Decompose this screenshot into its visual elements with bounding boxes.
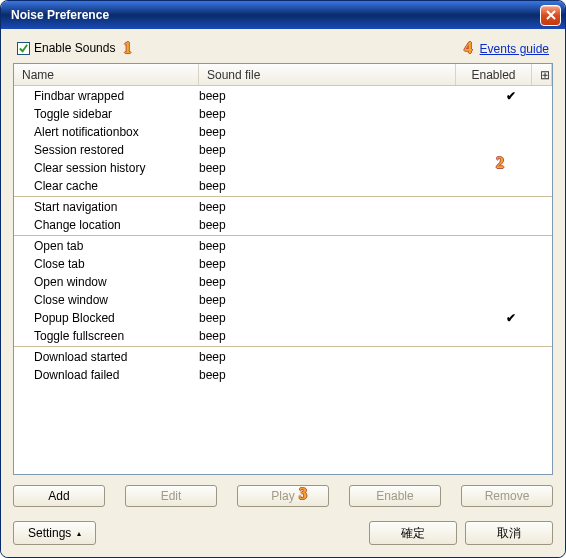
- row-name: Start navigation: [14, 200, 199, 214]
- table-row[interactable]: Download failedbeep: [14, 366, 552, 384]
- row-name: Clear session history: [14, 161, 199, 175]
- events-listbox: Name Sound file Enabled ⊞ 2 Findbar wrap…: [13, 63, 553, 475]
- row-sound: beep: [199, 275, 473, 289]
- table-row[interactable]: Clear cachebeep: [14, 177, 552, 195]
- table-row[interactable]: Findbar wrappedbeep✔: [14, 87, 552, 105]
- ok-button[interactable]: 確定: [369, 521, 457, 545]
- row-sound: beep: [199, 350, 473, 364]
- row-sound: beep: [199, 143, 473, 157]
- enable-sounds-checkbox[interactable]: [17, 42, 30, 55]
- table-row[interactable]: Download startedbeep: [14, 348, 552, 366]
- row-sound: beep: [199, 239, 473, 253]
- cancel-button[interactable]: 取消: [465, 521, 553, 545]
- table-row[interactable]: Close windowbeep: [14, 291, 552, 309]
- row-enabled: ✔: [473, 89, 549, 103]
- row-name: Toggle sidebar: [14, 107, 199, 121]
- action-buttons: Add Edit Play Enable Remove 3: [13, 485, 553, 507]
- row-name: Findbar wrapped: [14, 89, 199, 103]
- list-body[interactable]: 2 Findbar wrappedbeep✔Toggle sidebarbeep…: [14, 86, 552, 474]
- table-row[interactable]: Open windowbeep: [14, 273, 552, 291]
- table-row[interactable]: Popup Blockedbeep✔: [14, 309, 552, 327]
- row-sound: beep: [199, 125, 473, 139]
- row-name: Open tab: [14, 239, 199, 253]
- settings-label: Settings: [28, 526, 71, 540]
- row-name: Download failed: [14, 368, 199, 382]
- dialog-buttons: 確定 取消: [369, 521, 553, 545]
- table-row[interactable]: Change locationbeep: [14, 216, 552, 234]
- dialog-buttons-row: Settings ▴ 確定 取消: [13, 521, 553, 545]
- checkmark-icon: [18, 43, 29, 54]
- row-sound: beep: [199, 311, 473, 325]
- edit-button[interactable]: Edit: [125, 485, 217, 507]
- row-sound: beep: [199, 89, 473, 103]
- enable-button[interactable]: Enable: [349, 485, 441, 507]
- list-group: Open tabbeepClose tabbeepOpen windowbeep…: [14, 236, 552, 347]
- list-group: Download startedbeepDownload failedbeep: [14, 347, 552, 385]
- chevron-up-icon: ▴: [77, 529, 81, 538]
- enable-sounds-label[interactable]: Enable Sounds: [34, 41, 115, 55]
- row-name: Close tab: [14, 257, 199, 271]
- row-name: Toggle fullscreen: [14, 329, 199, 343]
- annotation-1: 1: [123, 39, 131, 57]
- remove-button[interactable]: Remove: [461, 485, 553, 507]
- top-row: Enable Sounds 1 4 Events guide: [13, 39, 553, 57]
- checkmark-icon: ✔: [506, 89, 516, 103]
- row-sound: beep: [199, 179, 473, 193]
- row-sound: beep: [199, 293, 473, 307]
- checkmark-icon: ✔: [506, 311, 516, 325]
- play-button[interactable]: Play: [237, 485, 329, 507]
- row-name: Clear cache: [14, 179, 199, 193]
- row-sound: beep: [199, 161, 473, 175]
- column-name[interactable]: Name: [14, 64, 199, 85]
- row-sound: beep: [199, 368, 473, 382]
- table-row[interactable]: Open tabbeep: [14, 237, 552, 255]
- events-guide-wrap: 4 Events guide: [460, 39, 549, 57]
- table-row[interactable]: Close tabbeep: [14, 255, 552, 273]
- list-header: Name Sound file Enabled ⊞: [14, 64, 552, 86]
- close-icon: [546, 10, 556, 20]
- list-group: Start navigationbeepChange locationbeep: [14, 197, 552, 236]
- column-sound[interactable]: Sound file: [199, 64, 456, 85]
- row-sound: beep: [199, 329, 473, 343]
- row-name: Popup Blocked: [14, 311, 199, 325]
- table-row[interactable]: Start navigationbeep: [14, 198, 552, 216]
- row-name: Close window: [14, 293, 199, 307]
- close-button[interactable]: [540, 5, 561, 26]
- list-group: Findbar wrappedbeep✔Toggle sidebarbeepAl…: [14, 86, 552, 197]
- row-name: Session restored: [14, 143, 199, 157]
- table-row[interactable]: Toggle fullscreenbeep: [14, 327, 552, 345]
- row-name: Open window: [14, 275, 199, 289]
- row-sound: beep: [199, 200, 473, 214]
- row-enabled: ✔: [473, 311, 549, 325]
- table-row[interactable]: Clear session historybeep: [14, 159, 552, 177]
- titlebar[interactable]: Noise Preference: [1, 1, 565, 29]
- row-name: Change location: [14, 218, 199, 232]
- row-sound: beep: [199, 257, 473, 271]
- table-row[interactable]: Toggle sidebarbeep: [14, 105, 552, 123]
- annotation-4: 4: [464, 39, 472, 57]
- column-config-icon[interactable]: ⊞: [532, 64, 552, 85]
- row-sound: beep: [199, 107, 473, 121]
- add-button[interactable]: Add: [13, 485, 105, 507]
- preferences-window: Noise Preference Enable Sounds 1 4 Event…: [0, 0, 566, 558]
- table-row[interactable]: Session restoredbeep: [14, 141, 552, 159]
- enable-sounds-wrap: Enable Sounds 1: [17, 39, 135, 57]
- events-guide-link[interactable]: Events guide: [480, 42, 549, 56]
- row-sound: beep: [199, 218, 473, 232]
- settings-button[interactable]: Settings ▴: [13, 521, 96, 545]
- table-row[interactable]: Alert notificationboxbeep: [14, 123, 552, 141]
- column-enabled[interactable]: Enabled: [456, 64, 532, 85]
- window-content: Enable Sounds 1 4 Events guide Name Soun…: [1, 29, 565, 557]
- window-title: Noise Preference: [11, 8, 109, 22]
- row-name: Download started: [14, 350, 199, 364]
- row-name: Alert notificationbox: [14, 125, 199, 139]
